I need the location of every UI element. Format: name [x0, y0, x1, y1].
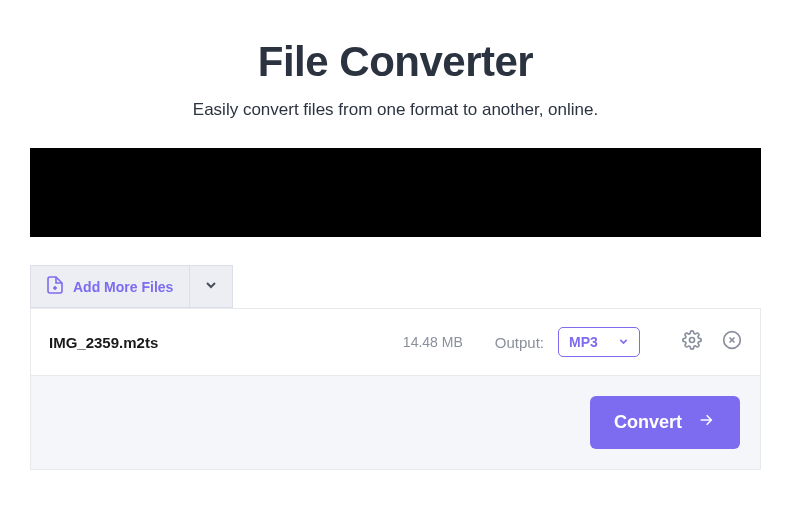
settings-button[interactable]	[682, 330, 702, 354]
chevron-down-icon	[204, 278, 218, 296]
page-subtitle: Easily convert files from one format to …	[30, 100, 761, 120]
convert-button[interactable]: Convert	[590, 396, 740, 449]
output-format-value: MP3	[569, 334, 598, 350]
remove-file-button[interactable]	[722, 330, 742, 354]
file-name: IMG_2359.m2ts	[49, 334, 158, 351]
file-size: 14.48 MB	[403, 334, 463, 350]
chevron-down-icon	[618, 334, 629, 350]
add-more-files-button[interactable]: Add More Files	[30, 265, 189, 308]
arrow-right-icon	[696, 412, 716, 433]
output-label: Output:	[495, 334, 544, 351]
file-plus-icon	[47, 276, 63, 297]
file-row: IMG_2359.m2ts 14.48 MB Output: MP3	[30, 308, 761, 376]
convert-button-label: Convert	[614, 412, 682, 433]
ad-banner	[30, 148, 761, 237]
gear-icon	[682, 330, 702, 354]
close-circle-icon	[722, 330, 742, 354]
page-title: File Converter	[30, 38, 761, 86]
output-format-select[interactable]: MP3	[558, 327, 640, 357]
footer-bar: Convert	[30, 376, 761, 470]
svg-point-2	[690, 338, 695, 343]
add-more-files-label: Add More Files	[73, 279, 173, 295]
add-more-dropdown-button[interactable]	[189, 265, 233, 308]
